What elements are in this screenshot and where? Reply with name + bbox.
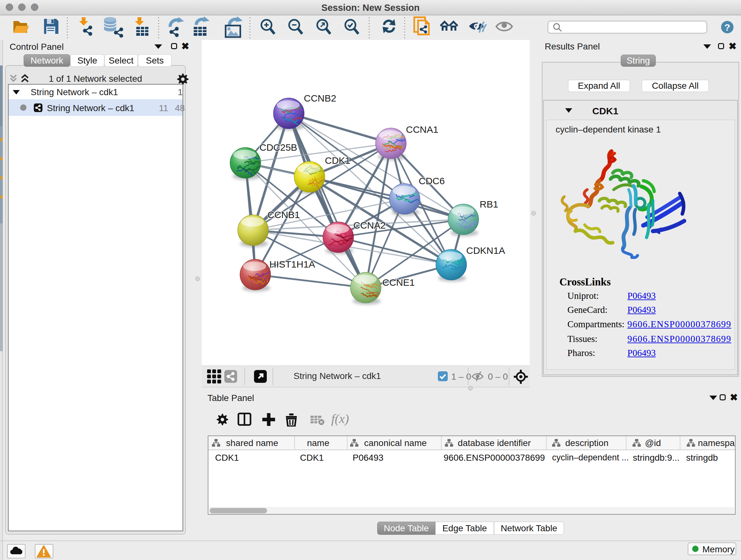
svg-text:@id: @id <box>645 438 661 448</box>
svg-text:f(x): f(x) <box>331 413 349 426</box>
svg-text:shared name: shared name <box>226 438 278 448</box>
svg-text:database identifier: database identifier <box>458 438 531 448</box>
svg-text:CCNE1: CCNE1 <box>382 277 415 288</box>
svg-text:name: name <box>307 438 329 448</box>
svg-text:CCNB2: CCNB2 <box>304 93 336 104</box>
svg-text:namespace: namespace <box>698 438 735 448</box>
svg-text:canonical name: canonical name <box>364 438 427 448</box>
svg-text:description: description <box>565 438 608 448</box>
svg-text:CDK1: CDK1 <box>325 155 350 166</box>
svg-text:RB1: RB1 <box>480 199 498 209</box>
svg-text:CCNB1: CCNB1 <box>267 209 300 220</box>
svg-text:CDC25B: CDC25B <box>259 142 297 152</box>
svg-text:CDC6: CDC6 <box>419 176 445 186</box>
svg-text:HIST1H1A: HIST1H1A <box>269 259 315 269</box>
svg-text:?: ? <box>724 22 730 33</box>
svg-text:CDKN1A: CDKN1A <box>466 245 505 256</box>
svg-text:CCNA2: CCNA2 <box>353 220 386 231</box>
svg-text:CCNA1: CCNA1 <box>406 124 439 135</box>
